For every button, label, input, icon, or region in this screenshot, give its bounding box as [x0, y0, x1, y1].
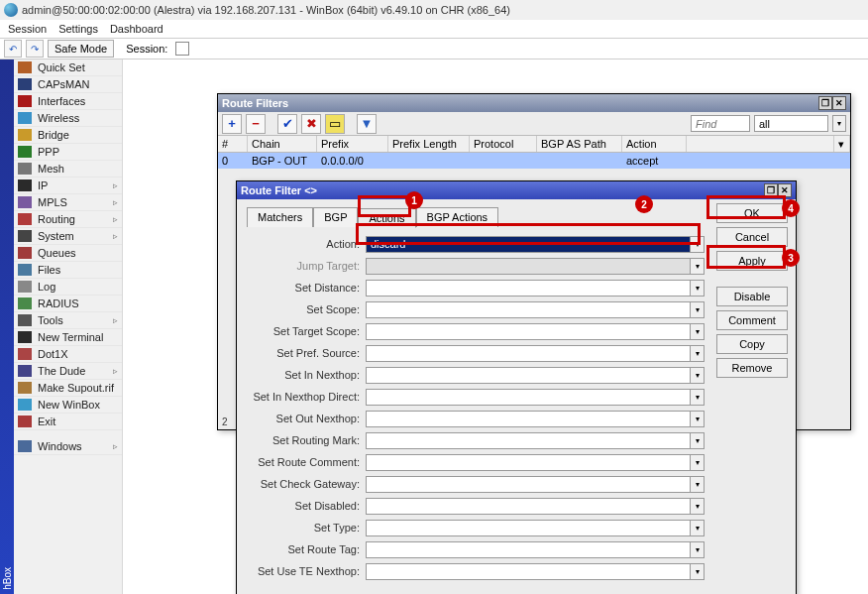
comment-button[interactable]: Comment: [716, 310, 788, 330]
restore-icon[interactable]: ❐: [764, 183, 778, 197]
sidebar-item-system[interactable]: System▹: [14, 228, 122, 245]
col-menu-icon[interactable]: ▾: [834, 136, 850, 152]
ok-button[interactable]: OK: [716, 203, 788, 223]
sidebar-item-files[interactable]: Files: [14, 262, 122, 279]
expand-icon[interactable]: ▾: [691, 301, 705, 318]
route-filter-title: Route Filter <>: [241, 184, 317, 196]
expand-icon[interactable]: ▾: [691, 454, 705, 471]
safe-mode-button[interactable]: Safe Mode: [48, 40, 114, 58]
input-dist[interactable]: [366, 280, 691, 297]
sidebar-item-mpls[interactable]: MPLS▹: [14, 194, 122, 211]
input-cgw[interactable]: [366, 476, 691, 493]
expand-icon[interactable]: ▾: [691, 323, 705, 340]
expand-icon[interactable]: ▾: [691, 476, 705, 493]
sidebar-item-new-winbox[interactable]: New WinBox: [14, 397, 122, 414]
dropdown-icon[interactable]: ▾: [691, 236, 705, 253]
sidebar-item-windows[interactable]: Windows▹: [14, 438, 122, 455]
tab-bgp[interactable]: BGP: [313, 207, 358, 227]
input-outh[interactable]: [366, 411, 691, 427]
input-stype[interactable]: [366, 520, 691, 536]
expand-icon[interactable]: ▾: [691, 411, 705, 427]
sidebar-item-queues[interactable]: Queues: [14, 245, 122, 262]
route-filter-titlebar[interactable]: Route Filter <> ❐✕: [237, 181, 796, 199]
input-sdis[interactable]: [366, 498, 691, 515]
enable-button[interactable]: ✔: [277, 114, 297, 134]
input-inh[interactable]: [366, 367, 691, 384]
expand-icon[interactable]: ▾: [691, 367, 705, 384]
sidebar-item-make-supout-rif[interactable]: Make Supout.rif: [14, 380, 122, 397]
input-psrc[interactable]: [366, 345, 691, 362]
action-select[interactable]: discard: [366, 236, 691, 253]
copy-button[interactable]: Copy: [716, 334, 788, 354]
expand-icon[interactable]: ▾: [691, 541, 705, 558]
sidebar-item-the-dude[interactable]: The Dude▹: [14, 363, 122, 380]
col-protocol[interactable]: Protocol: [470, 136, 537, 152]
menu-session[interactable]: Session: [8, 23, 47, 35]
remove-button[interactable]: Remove: [716, 358, 788, 378]
col-num[interactable]: #: [218, 136, 248, 152]
sidebar-item-bridge[interactable]: Bridge: [14, 127, 122, 144]
sidebar-item-mesh[interactable]: Mesh: [14, 161, 122, 178]
expand-icon[interactable]: ▾: [691, 389, 705, 406]
apply-button[interactable]: Apply: [716, 251, 788, 271]
sidebar-item-interfaces[interactable]: Interfaces: [14, 93, 122, 110]
table-row[interactable]: 0 BGP - OUT 0.0.0.0/0 accept: [218, 153, 850, 169]
sidebar-item-exit[interactable]: Exit: [14, 414, 122, 430]
sidebar-icon: [18, 213, 32, 225]
input-rcom[interactable]: [366, 454, 691, 471]
expand-icon[interactable]: ▾: [691, 345, 705, 362]
route-filters-titlebar[interactable]: Route Filters ❐✕: [218, 94, 850, 112]
sidebar-item-ip[interactable]: IP▹: [14, 178, 122, 194]
tab-actions[interactable]: Actions: [358, 208, 415, 228]
expand-icon[interactable]: ▾: [691, 520, 705, 536]
redo-button[interactable]: ↷: [26, 40, 44, 58]
sidebar-item-quick-set[interactable]: Quick Set: [14, 59, 122, 76]
input-scope[interactable]: [366, 301, 691, 318]
col-chain[interactable]: Chain: [248, 136, 317, 152]
tab-matchers[interactable]: Matchers: [247, 207, 313, 227]
restore-icon[interactable]: ❐: [818, 96, 832, 110]
close-icon[interactable]: ✕: [778, 183, 792, 197]
expand-icon[interactable]: ▾: [691, 280, 705, 297]
disable-button[interactable]: ✖: [301, 114, 321, 134]
session-box[interactable]: [175, 42, 189, 56]
input-ste[interactable]: [366, 563, 691, 580]
sidebar-item-dot1x[interactable]: Dot1X: [14, 346, 122, 363]
tab-bgp-actions[interactable]: BGP Actions: [416, 207, 499, 227]
expand-icon[interactable]: ▾: [691, 432, 705, 449]
menu-settings[interactable]: Settings: [58, 23, 98, 35]
scope-dropdown-icon[interactable]: ▾: [832, 115, 846, 132]
cancel-button[interactable]: Cancel: [716, 227, 788, 247]
sidebar-item-routing[interactable]: Routing▹: [14, 211, 122, 228]
scope-select[interactable]: all: [754, 115, 828, 132]
sidebar-item-wireless[interactable]: Wireless: [14, 110, 122, 127]
input-rmark[interactable]: [366, 432, 691, 449]
sidebar-item-radius[interactable]: RADIUS: [14, 296, 122, 312]
col-action[interactable]: Action: [622, 136, 687, 152]
sidebar-item-tools[interactable]: Tools▹: [14, 312, 122, 329]
remove-button[interactable]: −: [246, 114, 266, 134]
sidebar-item-label: PPP: [38, 146, 59, 158]
disable-button[interactable]: Disable: [716, 287, 788, 306]
find-input[interactable]: [691, 115, 750, 132]
input-tscope[interactable]: [366, 323, 691, 340]
comment-button[interactable]: ▭: [325, 114, 345, 134]
sidebar-icon: [18, 95, 32, 107]
menu-dashboard[interactable]: Dashboard: [110, 23, 163, 35]
add-button[interactable]: +: [222, 114, 242, 134]
filter-button[interactable]: ▼: [357, 114, 377, 134]
input-stag[interactable]: [366, 541, 691, 558]
col-aspath[interactable]: BGP AS Path: [537, 136, 622, 152]
sidebar-item-capsman[interactable]: CAPsMAN: [14, 76, 122, 93]
expand-icon[interactable]: ▾: [691, 563, 705, 580]
sidebar-item-log[interactable]: Log: [14, 279, 122, 296]
route-filters-title: Route Filters: [222, 97, 288, 109]
col-plength[interactable]: Prefix Length: [388, 136, 470, 152]
expand-icon[interactable]: ▾: [691, 498, 705, 515]
sidebar-item-new-terminal[interactable]: New Terminal: [14, 329, 122, 346]
input-inhd[interactable]: [366, 389, 691, 406]
close-icon[interactable]: ✕: [832, 96, 846, 110]
undo-button[interactable]: ↶: [4, 40, 22, 58]
col-prefix[interactable]: Prefix: [317, 136, 388, 152]
sidebar-item-ppp[interactable]: PPP: [14, 144, 122, 161]
